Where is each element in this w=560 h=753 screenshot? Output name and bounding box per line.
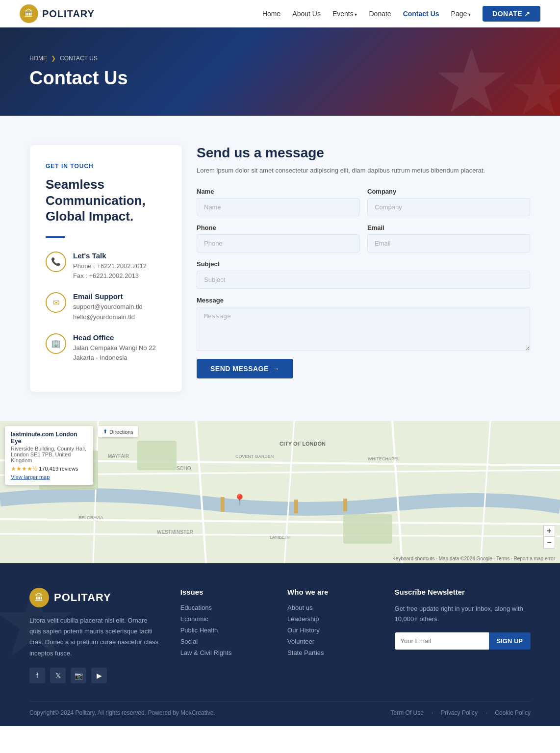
nav-contact[interactable]: Contact Us [403,10,439,18]
nav-events[interactable]: Events [332,10,357,18]
company-label: Company [367,188,530,195]
footer-link-social[interactable]: Social [180,638,268,645]
brand-icon: 🏛 [20,4,38,23]
phone-icon: 📞 [46,251,66,272]
nav-donate-button[interactable]: DONATE [483,6,540,22]
footer-link-law[interactable]: Law & Civil Rights [180,649,268,656]
email-input[interactable] [367,234,530,252]
svg-rect-23 [343,499,347,511]
svg-text:CITY OF LONDON: CITY OF LONDON [280,441,326,447]
form-row-name-company: Name Company [197,188,530,216]
map-controls: + − [543,525,555,549]
form-group-message: Message [197,297,530,351]
contact-section: GET IN TOUCH Seamless Communication, Glo… [0,116,560,421]
page-title: Contact Us [29,68,128,89]
form-group-name: Name [197,188,359,216]
footer-link-economic[interactable]: Economic [180,615,268,623]
subject-label: Subject [197,260,530,268]
footer-link-volunteer[interactable]: Volunteer [287,638,375,645]
footer-cookie-link[interactable]: Cookie Policy [495,709,531,716]
send-message-button[interactable]: SEND MESSAGE [197,359,293,378]
contact-email-title: Email Support [73,292,143,301]
footer-privacy-link[interactable]: Privacy Policy [441,709,478,716]
footer-brand-icon: 🏛 [29,588,49,607]
svg-text:COVENT GARDEN: COVENT GARDEN [235,454,274,459]
name-input[interactable] [197,198,359,216]
footer-link-educations[interactable]: Educations [180,604,268,611]
contact-office-info: Head Office Jalan Cempaka Wangi No 22Jak… [73,333,156,364]
office-icon: 🏢 [46,333,66,354]
svg-rect-22 [294,500,298,513]
svg-rect-21 [221,497,225,512]
footer: 🏛 POLITARY Litora velit cubilia placerat… [0,563,560,726]
footer-issues-col: Issues Educations Economic Public Health… [180,588,268,683]
phone-input[interactable] [197,234,359,252]
contact-office-title: Head Office [73,333,156,342]
footer-link-about[interactable]: About us [287,604,375,611]
footer-copyright: Copyright© 2024 Politary, All rights res… [29,709,215,716]
breadcrumb-separator: ❯ [51,55,56,62]
breadcrumb-home[interactable]: HOME [29,55,47,62]
social-twitter[interactable]: 𝕏 [50,668,66,683]
nav-links: Home About Us Events Donate Contact Us P… [262,6,540,22]
footer-terms-link[interactable]: Term Of Use [391,709,424,716]
contact-email-addresses: support@yourdomain.tldhello@yourdomain.t… [73,302,143,323]
contact-item-office: 🏢 Head Office Jalan Cempaka Wangi No 22J… [46,333,166,364]
svg-text:MAYFAIR: MAYFAIR [108,453,129,459]
contact-form: Name Company Phone Email [197,188,530,378]
footer-link-state[interactable]: State Parties [287,649,375,656]
svg-text:WESTMINSTER: WESTMINSTER [157,529,193,535]
footer-newsletter-col: Suscribe Newsletter Get free update righ… [395,588,531,683]
footer-who-title: Who we are [287,588,375,596]
svg-text:LAMBETH: LAMBETH [270,535,291,540]
message-label: Message [197,297,530,304]
footer-brand-name: POLITARY [54,591,111,604]
form-title: Send us a message [197,145,530,161]
map-view-larger[interactable]: View larger map [11,474,87,480]
footer-brand-row: 🏛 POLITARY [29,588,161,607]
svg-rect-11 [137,441,177,470]
nav-home[interactable]: Home [262,10,280,18]
map-section: CITY OF LONDON MAYFAIR SOHO COVENT GARDE… [0,421,560,563]
footer-link-history[interactable]: Our History [287,627,375,634]
nav-page[interactable]: Page [451,10,471,18]
social-facebook[interactable]: f [29,668,45,683]
map-zoom-out-button[interactable]: − [543,537,555,549]
map-reviews: 170,419 reviews [39,466,78,472]
directions-icon: ⬆ [103,428,107,435]
contact-headline: Seamless Communication, Global Impact. [46,176,166,225]
company-input[interactable] [367,198,530,216]
svg-rect-12 [343,514,392,544]
newsletter-form: SIGN UP [395,632,531,650]
map-zoom-in-button[interactable]: + [543,525,555,537]
newsletter-email-input[interactable] [395,632,489,650]
contact-item-email: ✉ Email Support support@yourdomain.tldhe… [46,292,166,323]
newsletter-signup-button[interactable]: SIGN UP [489,632,531,650]
newsletter-title: Suscribe Newsletter [395,588,531,596]
contact-phone-title: Let's Talk [73,251,147,260]
svg-text:📍: 📍 [233,493,247,506]
nav-about[interactable]: About Us [292,10,321,18]
footer-link-public-health[interactable]: Public Health [180,627,268,634]
footer-top: 🏛 POLITARY Litora velit cubilia placerat… [29,588,531,683]
form-group-email: Email [367,224,530,252]
message-textarea[interactable] [197,307,530,351]
map-attribution: Keyboard shortcuts · Map data ©2024 Goog… [392,556,555,561]
phone-label: Phone [197,224,359,231]
footer-bottom: Copyright© 2024 Politary, All rights res… [29,701,531,716]
map-directions-button[interactable]: ⬆ Directions [98,426,138,437]
newsletter-description: Get free update right in your inbox, alo… [395,604,531,625]
footer-link-leadership[interactable]: Leadership [287,615,375,623]
brand: 🏛 POLITARY [20,4,95,23]
map-popup-title: lastminute.com London Eye [11,431,87,445]
svg-text:BELGRAVIA: BELGRAVIA [78,515,103,520]
map-rating: ★★★★½ 170,419 reviews [11,465,87,472]
hero-section: HOME ❯ CONTACT US Contact Us [0,27,560,116]
social-instagram[interactable]: 📷 [71,668,86,683]
subject-input[interactable] [197,271,530,289]
social-youtube[interactable]: ▶ [91,668,107,683]
contact-item-phone: 📞 Let's Talk Phone : +6221.2002.2012Fax … [46,251,166,282]
footer-description: Litora velit cubilia placerat nisl elit.… [29,615,161,658]
get-in-touch-label: GET IN TOUCH [46,163,166,170]
nav-donate[interactable]: Donate [369,10,391,18]
